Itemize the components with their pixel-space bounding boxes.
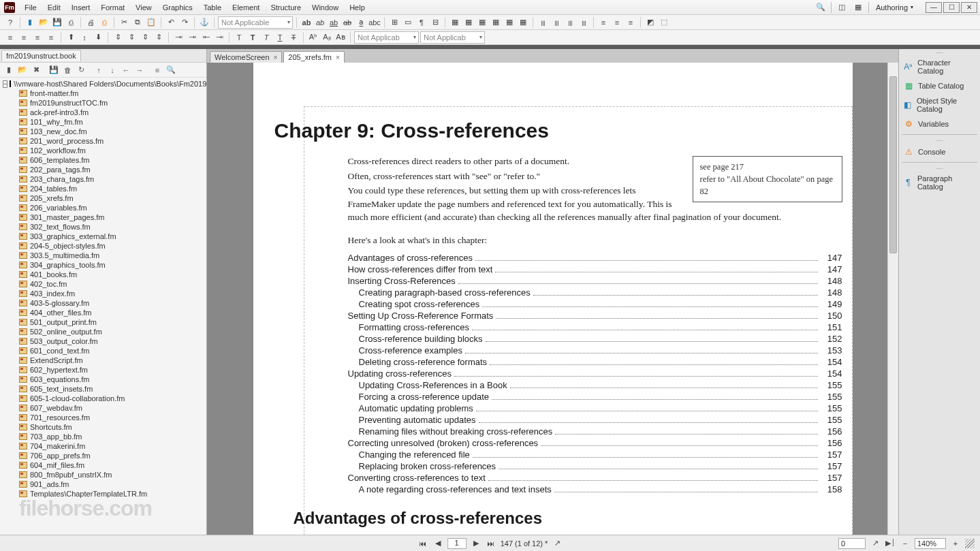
tree-item[interactable]: 607_webdav.fm [0,403,206,413]
save-icon[interactable]: 💾 [51,16,63,29]
panel-grip[interactable]: ∙∙∙∙∙ [899,49,980,56]
doc-canvas[interactable]: Chapter 9: Cross-references see page 217… [207,63,898,544]
tree-item[interactable]: 606_templates.fm [0,155,206,165]
scrollbar-thumb[interactable] [889,76,897,253]
tree-item[interactable]: 800_fm8pubf_unstrIX.fm [0,470,206,479]
menu-structure[interactable]: Structure [265,1,306,14]
tree-item[interactable]: 203_chara_tags.fm [0,174,206,184]
element-combo[interactable]: Not Applicable [218,16,293,29]
save-book-icon[interactable]: 💾 [49,65,59,75]
row1-icon[interactable]: ≡ [597,16,610,29]
prev-page-icon[interactable]: ◀ [432,538,443,549]
border-icon[interactable]: ▭ [402,16,414,29]
tree-item[interactable]: 402_toc.fm [0,279,206,289]
row2-icon[interactable]: ≡ [611,16,623,29]
tree-item[interactable]: 502_online_output.fm [0,327,206,336]
panel-grip[interactable]: ∙∙∙∙∙ [899,165,980,172]
tree-item[interactable]: 901_ads.fm [0,479,206,489]
align-left-icon[interactable]: ≡ [4,31,16,44]
doc-tab-welcome[interactable]: WelcomeScreen× [210,51,282,63]
max-button[interactable]: ☐ [943,2,960,13]
grid-icon[interactable]: ⊟ [429,16,441,29]
tab-center-icon[interactable]: ⭲ [186,31,198,44]
tree-item[interactable]: 706_app_prefs.fm [0,451,206,460]
promote-icon[interactable]: ← [121,65,131,75]
col1-icon[interactable]: ⫼ [537,16,549,29]
tab-right-icon[interactable]: ⭰ [200,31,212,44]
tree-item[interactable]: 301_master_pages.fm [0,212,206,222]
char-combo[interactable]: Not Applicab [420,31,485,44]
redo-icon[interactable]: ↷ [178,16,191,29]
table6-icon[interactable]: ▦ [517,16,529,29]
update-icon[interactable]: ↻ [76,65,86,75]
tree-item[interactable]: 205_xrefs.fm [0,193,206,203]
goto-flow-icon[interactable]: ↗ [870,538,881,549]
doc-tab-xrefs[interactable]: 205_xrefs.fm× [283,51,344,63]
menu-view[interactable]: View [130,1,157,14]
tree-item[interactable]: 604_mif_files.fm [0,460,206,470]
list-icon[interactable]: ≡ [153,65,162,75]
italic2-icon[interactable]: T [260,31,272,44]
zoom-in-icon[interactable]: + [950,538,961,549]
row3-icon[interactable]: ≡ [625,16,637,29]
col4-icon[interactable]: ⫼ [578,16,590,29]
struck-icon[interactable]: ab [341,16,353,29]
close-icon[interactable]: × [336,54,340,61]
book-tab[interactable]: fm2019unstruct.book [1,50,81,61]
menu-help[interactable]: Help [344,1,370,14]
tree-item[interactable]: 202_para_tags.fm [0,165,206,174]
underline-icon[interactable]: ab [328,16,340,29]
italic-icon[interactable]: ab [314,16,326,29]
sub-icon[interactable]: Aᵦ [321,31,333,44]
vertical-scrollbar[interactable] [887,63,898,544]
tree-item[interactable]: fm2019unstructTOC.fm [0,98,206,108]
zoom-out-icon[interactable]: ▶⏐ [885,538,896,549]
help-icon[interactable]: ? [4,16,16,29]
bold2-icon[interactable]: T [247,31,259,44]
first-page-icon[interactable]: ⏮ [417,538,428,549]
symbol-icon[interactable]: ¶ [415,16,428,29]
menu-table[interactable]: Table [198,1,227,14]
open-icon[interactable]: 📂 [37,16,50,29]
tree-item[interactable]: 403_index.fm [0,289,206,298]
table5-icon[interactable]: ▦ [503,16,516,29]
under2-icon[interactable]: T [274,31,286,44]
text-frame[interactable]: Chapter 9: Cross-references see page 217… [304,106,853,544]
goto-icon[interactable]: ↗ [552,538,563,549]
anchor-icon[interactable]: ⚓ [198,16,210,29]
tree-item[interactable]: 206_variables.fm [0,203,206,212]
undo-icon[interactable]: ↶ [165,16,177,29]
tree-toggle-icon[interactable]: − [3,80,7,88]
tree-item[interactable]: 404_other_files.fm [0,308,206,317]
plain-icon[interactable]: T [233,31,245,44]
page-input[interactable]: 1 [447,538,467,549]
copy-icon[interactable]: ⧉ [131,16,144,29]
tree-item[interactable]: Templates\ChapterTemplateLTR.fm [0,489,206,499]
tab-left-icon[interactable]: ⭲ [172,31,185,44]
tree-item[interactable]: 501_output_print.fm [0,317,206,327]
tree-item[interactable]: Shortcuts.fm [0,422,206,432]
exclude-icon[interactable]: ✖ [31,65,41,75]
add-folder-icon[interactable]: 📂 [18,65,27,75]
tree-item[interactable]: 204_tables.fm [0,184,206,193]
paste-icon[interactable]: 📋 [145,16,157,29]
small-caps-icon[interactable]: Aʙ [334,31,347,44]
align-right-icon[interactable]: ≡ [31,31,44,44]
tree-item[interactable]: 602_hypertext.fm [0,365,206,375]
tree-item[interactable]: 603_equations.fm [0,375,206,384]
panel-paragraph-catalog[interactable]: ¶Paragraph Catalog [899,172,980,193]
ruler-icon[interactable]: ⊞ [388,16,400,29]
table1-icon[interactable]: ▦ [449,16,461,29]
tree-item[interactable]: 302_text_flows.fm [0,222,206,232]
move-up-icon[interactable]: ↑ [94,65,104,75]
tree-item[interactable]: 703_app_bb.fm [0,432,206,441]
print-icon[interactable]: 🖨 [84,16,97,29]
panel-grip[interactable]: ∙∙∙∙∙ [899,137,980,144]
demote-icon[interactable]: → [135,65,144,75]
space3-icon[interactable]: ⇕ [139,31,151,44]
tree-item[interactable]: 503_output_color.fm [0,336,206,346]
cut-icon[interactable]: ✂ [118,16,130,29]
resize-grip[interactable] [965,539,975,548]
tree-item[interactable]: 605_text_insets.fm [0,384,206,394]
panel-table-catalog[interactable]: ▦Table Catalog [899,78,980,94]
